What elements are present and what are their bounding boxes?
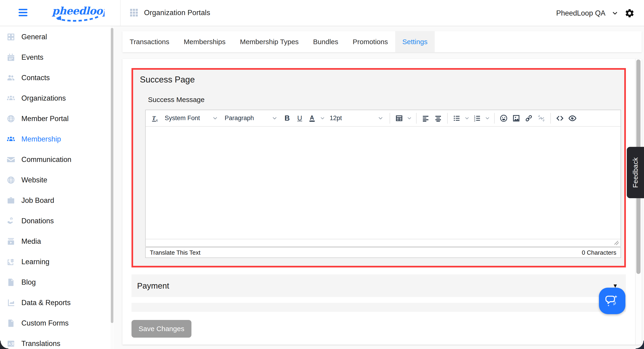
sidebar-item-label: Events bbox=[21, 53, 44, 62]
sidebar-item-member-portal[interactable]: Member Portal bbox=[0, 108, 114, 129]
numbered-list-chevron-icon[interactable] bbox=[484, 112, 491, 124]
document-icon bbox=[6, 278, 15, 287]
sidebar-item-label: General bbox=[21, 33, 47, 41]
sidebar-item-label: Job Board bbox=[21, 196, 54, 205]
rich-text-editor: Tx System Font Paragraph B U A bbox=[145, 110, 621, 247]
app-switcher-icon[interactable] bbox=[130, 9, 138, 17]
graduation-cast-icon bbox=[6, 258, 15, 266]
tab-settings[interactable]: Settings bbox=[395, 31, 435, 52]
sidebar-item-general[interactable]: General bbox=[0, 27, 114, 47]
numbered-list-icon[interactable]: 123 bbox=[472, 112, 483, 124]
account-chevron-down-icon[interactable] bbox=[612, 10, 618, 17]
sidebar-item-label: Translations bbox=[21, 340, 60, 348]
pheedloop-logo[interactable]: pheedloop bbox=[49, 2, 104, 24]
align-left-icon[interactable] bbox=[420, 112, 432, 124]
toolbar-separator bbox=[390, 113, 390, 124]
membership-tabbar: Transactions Memberships Membership Type… bbox=[122, 31, 642, 52]
success-message-label: Success Message bbox=[148, 96, 204, 104]
sidebar-item-label: Custom Forms bbox=[21, 319, 68, 328]
table-chevron-icon[interactable] bbox=[406, 112, 413, 124]
sidebar-item-label: Website bbox=[21, 176, 47, 184]
sidebar: General Events Contacts Organizations Me… bbox=[0, 26, 114, 349]
text-color-icon[interactable]: A bbox=[306, 112, 318, 124]
sidebar-item-job-board[interactable]: Job Board bbox=[0, 190, 114, 211]
top-header: pheedloop Organization Portals PheedLoop… bbox=[0, 0, 644, 26]
svg-text:T: T bbox=[152, 114, 156, 121]
chat-widget-button[interactable] bbox=[599, 288, 626, 314]
sidebar-item-label: Member Portal bbox=[21, 114, 68, 123]
unlink-icon[interactable] bbox=[536, 112, 547, 124]
sidebar-item-custom-forms[interactable]: Custom Forms bbox=[0, 313, 114, 334]
hamburger-menu-icon[interactable] bbox=[18, 9, 28, 17]
translate-icon: A文 bbox=[6, 339, 15, 348]
collapsed-section-strip[interactable] bbox=[132, 303, 626, 312]
globe-icon bbox=[6, 114, 15, 123]
editor-content-area[interactable] bbox=[146, 127, 620, 239]
translate-link[interactable]: Translate This Text bbox=[150, 249, 200, 256]
svg-text:文: 文 bbox=[11, 342, 15, 346]
sidebar-item-translations[interactable]: A文 Translations bbox=[0, 334, 114, 349]
sidebar-scrollbar[interactable] bbox=[110, 26, 114, 349]
underline-icon[interactable]: U bbox=[294, 112, 306, 124]
text-color-chevron-icon[interactable] bbox=[319, 112, 326, 124]
payment-section-header[interactable]: Payment ▼ bbox=[132, 274, 626, 297]
sidebar-item-events[interactable]: Events bbox=[0, 47, 114, 68]
sidebar-scrollbar-thumb[interactable] bbox=[111, 28, 113, 323]
sidebar-item-label: Blog bbox=[21, 278, 36, 286]
svg-text:A: A bbox=[8, 342, 11, 346]
sidebar-item-membership[interactable]: Membership bbox=[0, 129, 114, 150]
table-icon[interactable] bbox=[393, 112, 405, 124]
clear-formatting-icon[interactable]: Tx bbox=[150, 112, 161, 124]
svg-text:x: x bbox=[156, 118, 158, 122]
group-icon bbox=[6, 94, 15, 103]
svg-text:A: A bbox=[310, 114, 314, 121]
media-play-icon bbox=[6, 237, 15, 246]
sidebar-item-blog[interactable]: Blog bbox=[0, 272, 114, 292]
sidebar-item-data-reports[interactable]: Data & Reports bbox=[0, 292, 114, 313]
sidebar-item-website[interactable]: Website bbox=[0, 170, 114, 190]
briefcase-icon bbox=[6, 196, 15, 205]
align-center-icon[interactable] bbox=[432, 112, 444, 124]
chevron-down-icon bbox=[212, 115, 218, 121]
font-family-dropdown[interactable]: System Font bbox=[162, 112, 220, 124]
sidebar-item-communication[interactable]: Communication bbox=[0, 150, 114, 170]
sidebar-item-label: Contacts bbox=[21, 74, 50, 82]
tab-promotions[interactable]: Promotions bbox=[346, 31, 395, 52]
toolbar-separator bbox=[416, 113, 416, 124]
block-format-dropdown[interactable]: Paragraph bbox=[222, 112, 280, 124]
donation-hand-icon bbox=[6, 216, 15, 226]
save-changes-button[interactable]: Save Changes bbox=[132, 320, 192, 338]
sidebar-item-label: Membership bbox=[21, 135, 61, 143]
code-icon[interactable] bbox=[554, 112, 566, 124]
form-icon bbox=[6, 319, 15, 328]
resize-handle-icon[interactable] bbox=[614, 240, 619, 245]
sidebar-item-media[interactable]: Media bbox=[0, 231, 114, 252]
people-icon bbox=[6, 74, 15, 82]
tab-membership-types[interactable]: Membership Types bbox=[233, 31, 306, 52]
emoji-icon[interactable] bbox=[498, 112, 510, 124]
feedback-tab[interactable]: Feedback bbox=[627, 147, 644, 198]
font-size-dropdown[interactable]: 12pt bbox=[327, 112, 386, 124]
bold-icon[interactable]: B bbox=[281, 112, 293, 124]
preview-eye-icon[interactable] bbox=[567, 112, 578, 124]
header-divider bbox=[120, 0, 120, 26]
tab-transactions[interactable]: Transactions bbox=[122, 31, 176, 52]
tab-memberships[interactable]: Memberships bbox=[176, 31, 233, 52]
envelope-icon bbox=[6, 155, 15, 164]
sidebar-item-contacts[interactable]: Contacts bbox=[0, 68, 114, 88]
calendar-icon bbox=[6, 53, 15, 62]
image-icon[interactable] bbox=[510, 112, 522, 124]
account-name[interactable]: PheedLoop QA bbox=[556, 9, 606, 18]
bullet-list-icon[interactable] bbox=[451, 112, 462, 124]
content-scrollbar[interactable] bbox=[635, 59, 642, 344]
bullet-list-chevron-icon[interactable] bbox=[464, 112, 470, 124]
sidebar-item-label: Donations bbox=[21, 217, 54, 225]
sidebar-item-donations[interactable]: Donations bbox=[0, 211, 114, 231]
link-icon[interactable] bbox=[523, 112, 534, 124]
svg-text:pheedloop: pheedloop bbox=[52, 5, 104, 17]
translate-bar: Translate This Text 0 Characters bbox=[145, 247, 621, 258]
settings-gear-icon[interactable] bbox=[624, 8, 635, 18]
tab-bundles[interactable]: Bundles bbox=[306, 31, 346, 52]
sidebar-item-learning[interactable]: Learning bbox=[0, 252, 114, 272]
sidebar-item-organizations[interactable]: Organizations bbox=[0, 88, 114, 108]
